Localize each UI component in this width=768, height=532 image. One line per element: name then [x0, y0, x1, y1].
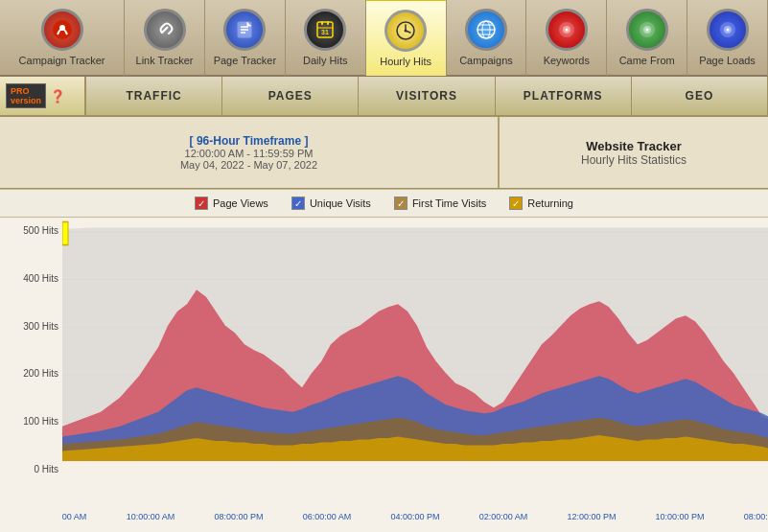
- nav-label: Page Tracker: [214, 55, 276, 66]
- legend-first-time-visits: ✓ First Time Visits: [394, 197, 486, 210]
- stats-title-box: Website Tracker Hourly Hits Statistics: [500, 117, 768, 188]
- chart-area: 500 Hits 400 Hits 300 Hits 200 Hits 100 …: [0, 218, 768, 501]
- nav-page-loads[interactable]: Page Loads: [687, 0, 768, 76]
- nav-daily-hits[interactable]: 31 Daily Hits: [286, 0, 366, 76]
- first-time-label: First Time Visits: [412, 197, 486, 209]
- svg-point-22: [645, 29, 648, 32]
- nav-hourly-hits[interactable]: Hourly Hits: [366, 0, 447, 76]
- nav-label: Came From: [619, 55, 675, 66]
- tab-pages[interactable]: PAGES: [222, 77, 359, 115]
- returning-check[interactable]: ✓: [509, 197, 523, 210]
- pro-version-box: PROversion: [6, 83, 46, 108]
- campaigns-icon: [465, 9, 507, 51]
- y-label-300: 300 Hits: [4, 321, 58, 332]
- chart-main: [62, 218, 768, 501]
- y-label-200: 200 Hits: [4, 368, 58, 379]
- x-label-4: 04:00:00 PM: [390, 512, 439, 521]
- nav-label: Link Tracker: [136, 55, 194, 66]
- pro-badge: PROversion ❓: [0, 77, 86, 115]
- help-icon[interactable]: ❓: [50, 89, 65, 104]
- legend-page-views: ✓ Page Views: [195, 197, 268, 210]
- page-views-label: Page Views: [213, 197, 268, 209]
- nav-label: Campaign Tracker: [19, 55, 105, 66]
- nav-campaign-tracker[interactable]: Campaign Tracker: [0, 0, 125, 76]
- legend-unique-visits: ✓ Unique Visits: [291, 197, 371, 210]
- x-label-8: 08:00:00 AM: [744, 512, 768, 521]
- stats-sub-title: Hourly Hits Statistics: [581, 153, 687, 167]
- nav-campaigns[interactable]: Campaigns: [447, 0, 527, 76]
- tab-geo[interactable]: GEO: [632, 77, 768, 115]
- x-label-1: 10:00:00 AM: [127, 512, 175, 521]
- svg-rect-4: [321, 21, 323, 25]
- came-from-icon: [626, 9, 668, 51]
- tab-platforms[interactable]: PLATFORMS: [496, 77, 632, 115]
- link-tracker-icon: [144, 9, 186, 51]
- y-label-100: 100 Hits: [4, 416, 58, 427]
- svg-rect-5: [327, 21, 329, 25]
- x-label-3: 06:00:00 AM: [303, 512, 352, 521]
- page-views-check[interactable]: ✓: [195, 197, 208, 210]
- nav-label: Page Loads: [699, 55, 756, 66]
- legend-returning: ✓ Returning: [509, 197, 573, 210]
- info-row: [ 96-Hour Timeframe ] 12:00:00 AM - 11:5…: [0, 117, 768, 189]
- nav-came-from[interactable]: Came From: [607, 0, 687, 76]
- svg-point-11: [405, 30, 407, 33]
- x-label-5: 02:00:00 AM: [479, 512, 528, 521]
- page-tracker-icon: [223, 9, 266, 51]
- y-axis: 500 Hits 400 Hits 300 Hits 200 Hits 100 …: [0, 218, 62, 501]
- returning-label: Returning: [527, 197, 573, 209]
- svg-text:31: 31: [321, 29, 329, 35]
- campaign-tracker-icon: [41, 9, 83, 51]
- nav-label: Campaigns: [459, 55, 513, 66]
- nav-keywords[interactable]: Keywords: [526, 0, 607, 76]
- x-label-6: 12:00:00 PM: [567, 512, 616, 521]
- unique-visits-check[interactable]: ✓: [291, 197, 305, 210]
- y-label-0: 0 Hits: [4, 464, 58, 474]
- y-label-400: 400 Hits: [4, 273, 58, 284]
- main-tabs: TRAFFIC PAGES VISITORS PLATFORMS GEO: [86, 77, 768, 115]
- daily-hits-icon: 31: [304, 9, 346, 51]
- timeframe-date: May 04, 2022 - May 07, 2022: [12, 159, 486, 171]
- page-loads-icon: [707, 9, 749, 51]
- unique-visits-label: Unique Visits: [310, 197, 371, 209]
- nav-label: Daily Hits: [303, 55, 347, 66]
- pro-text: PROversion: [11, 86, 41, 105]
- top-navigation: Campaign Tracker Link Tracker Page Track…: [0, 0, 768, 77]
- secondary-navigation: PROversion ❓ TRAFFIC PAGES VISITORS PLAT…: [0, 77, 768, 117]
- x-axis-labels: 12:00:00 AM 10:00:00 AM 08:00:00 PM 06:0…: [62, 501, 768, 532]
- svg-point-19: [565, 29, 568, 32]
- keywords-icon: [546, 9, 588, 51]
- x-label-0: 12:00:00 AM: [62, 512, 86, 521]
- chart-svg: [62, 218, 768, 501]
- timeframe-box: [ 96-Hour Timeframe ] 12:00:00 AM - 11:5…: [0, 117, 500, 188]
- svg-point-1: [59, 25, 65, 31]
- stats-main-title: Website Tracker: [586, 139, 681, 153]
- x-label-2: 08:00:00 PM: [214, 512, 263, 521]
- tab-visitors[interactable]: VISITORS: [359, 77, 495, 115]
- nav-label: Keywords: [544, 55, 590, 66]
- hourly-hits-icon: [384, 10, 427, 52]
- y-label-500: 500 Hits: [4, 225, 58, 236]
- y-axis-spacer: [0, 501, 62, 532]
- svg-rect-37: [62, 222, 68, 245]
- x-label-7: 10:00:00 PM: [655, 512, 704, 521]
- timeframe-time: 12:00:00 AM - 11:59:59 PM: [12, 148, 486, 159]
- tab-traffic[interactable]: TRAFFIC: [86, 77, 222, 115]
- timeframe-bracket: [ 96-Hour Timeframe ]: [12, 134, 486, 148]
- nav-page-tracker[interactable]: Page Tracker: [205, 0, 286, 76]
- svg-point-25: [726, 29, 729, 32]
- nav-label: Hourly Hits: [380, 56, 431, 67]
- first-time-check[interactable]: ✓: [394, 197, 407, 210]
- bottom-row: 12:00:00 AM 10:00:00 AM 08:00:00 PM 06:0…: [0, 501, 768, 532]
- nav-link-tracker[interactable]: Link Tracker: [125, 0, 205, 76]
- legend-row: ✓ Page Views ✓ Unique Visits ✓ First Tim…: [0, 189, 768, 218]
